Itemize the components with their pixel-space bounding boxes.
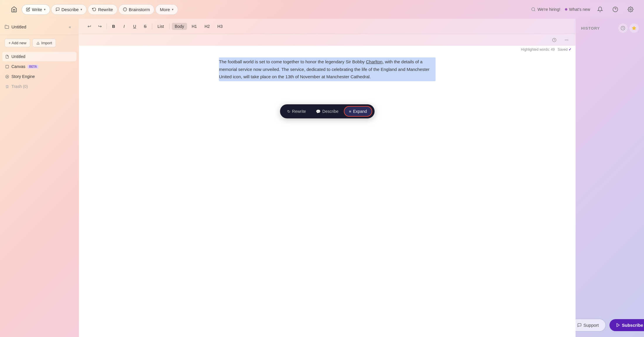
body-button[interactable]: Body xyxy=(172,23,187,30)
import-button[interactable]: Import xyxy=(32,39,56,47)
describe-float-icon: 💬 xyxy=(316,109,321,114)
write-button[interactable]: Write ▾ xyxy=(22,4,50,15)
h3-button[interactable]: H3 xyxy=(215,23,226,30)
settings-icon-button[interactable] xyxy=(625,4,636,15)
more-button[interactable]: More ▾ xyxy=(155,4,178,15)
sidebar-item-trash-label: Trash (0) xyxy=(11,84,28,89)
editor-content[interactable]: The football world is set to come togeth… xyxy=(201,46,453,93)
describe-chevron: ▾ xyxy=(80,8,82,11)
history-clock-button[interactable] xyxy=(618,23,628,33)
sidebar-item-trash[interactable]: Trash (0) xyxy=(2,82,76,91)
h2-button[interactable]: H2 xyxy=(202,23,213,30)
strikethrough-button[interactable]: S xyxy=(141,22,150,31)
sidebar-item-untitled[interactable]: Untitled xyxy=(2,52,76,61)
rewrite-icon: ↻ xyxy=(287,109,290,114)
svg-marker-11 xyxy=(7,76,8,77)
collapse-button[interactable]: « xyxy=(66,23,74,31)
svg-point-10 xyxy=(6,75,9,78)
write-chevron: ▾ xyxy=(44,8,46,11)
undo-button[interactable]: ↩ xyxy=(85,22,94,31)
svg-point-3 xyxy=(532,8,535,11)
rewrite-label: Rewrite xyxy=(98,7,113,12)
beta-badge: BETA xyxy=(28,65,38,69)
sidebar-header: Untitled « xyxy=(0,19,79,35)
float-rewrite-label: Rewrite xyxy=(292,109,306,114)
editor-paragraph[interactable]: The football world is set to come togeth… xyxy=(219,57,436,81)
sidebar-folder-title: Untitled xyxy=(11,24,26,29)
add-new-label: + Add new xyxy=(8,41,26,45)
float-expand-button[interactable]: ≡ Expand xyxy=(344,106,372,117)
floating-toolbar: ↻ Rewrite 💬 Describe ≡ Expand xyxy=(280,104,375,118)
toolbar-divider-3 xyxy=(169,23,169,29)
h1-button[interactable]: H1 xyxy=(189,23,200,30)
editor-settings-button[interactable] xyxy=(562,35,571,44)
charlton-underline: Charlton xyxy=(366,59,383,64)
toolbar-group: Write ▾ Describe ▾ Rewrite Brainstorm Mo… xyxy=(22,4,178,15)
hiring-badge[interactable]: We're hiring! xyxy=(531,7,560,12)
word-count-bar: Highlighted words: 49 Saved ✓ xyxy=(517,46,576,53)
editor-area: ↩ ↪ B I U S List Body H1 H2 H3 xyxy=(79,19,576,337)
float-expand-label: Expand xyxy=(353,109,367,114)
more-label: More xyxy=(160,7,170,12)
right-panel: HISTORY Support Subscribe xyxy=(576,19,644,337)
highlighted-words-count: Highlighted words: 49 xyxy=(521,47,555,52)
sidebar-item-canvas-label: Canvas xyxy=(11,64,25,69)
history-icons xyxy=(618,23,639,33)
add-new-button[interactable]: + Add new xyxy=(5,39,30,47)
home-button[interactable] xyxy=(8,4,20,15)
svg-marker-18 xyxy=(617,324,619,327)
history-title: HISTORY xyxy=(581,26,600,30)
rewrite-button[interactable]: Rewrite xyxy=(88,4,117,15)
editor-content-wrap[interactable]: Highlighted words: 49 Saved ✓ The footba… xyxy=(79,46,576,337)
subscribe-button[interactable]: Subscribe xyxy=(609,319,644,331)
redo-button[interactable]: ↪ xyxy=(95,22,104,31)
alert-icon-button[interactable] xyxy=(595,4,605,15)
svg-line-4 xyxy=(534,10,535,11)
import-label: Import xyxy=(41,41,52,45)
sidebar-items: Untitled Canvas BETA Story Engine Trash … xyxy=(0,51,79,92)
hiring-label: We're hiring! xyxy=(537,7,560,12)
svg-rect-9 xyxy=(6,65,9,68)
float-describe-button[interactable]: 💬 Describe xyxy=(311,107,343,116)
brainstorm-label: Brainstorm xyxy=(129,7,150,12)
history-header: HISTORY xyxy=(576,19,644,33)
list-button[interactable]: List xyxy=(155,23,167,30)
bold-button[interactable]: B xyxy=(109,22,118,31)
sidebar-item-story-engine[interactable]: Story Engine xyxy=(2,72,76,81)
toolbar-divider-1 xyxy=(107,23,107,29)
toolbar-divider-2 xyxy=(152,23,152,29)
more-chevron: ▾ xyxy=(172,8,174,11)
history-clock-button[interactable] xyxy=(550,35,559,44)
svg-marker-17 xyxy=(632,26,636,30)
top-navigation: Write ▾ Describe ▾ Rewrite Brainstorm Mo… xyxy=(0,0,644,19)
sidebar-title: Untitled xyxy=(5,24,26,29)
whats-new-label: What's new xyxy=(569,7,590,12)
right-panel-footer: Support Subscribe xyxy=(576,313,644,337)
history-star-button[interactable] xyxy=(629,23,639,33)
saved-status: Saved ✓ xyxy=(558,47,571,52)
sidebar-actions: + Add new Import xyxy=(0,35,79,51)
brainstorm-button[interactable]: Brainstorm xyxy=(119,4,155,15)
describe-label: Describe xyxy=(61,7,79,12)
sidebar-item-story-engine-label: Story Engine xyxy=(11,74,35,79)
italic-button[interactable]: I xyxy=(120,22,129,31)
expand-icon: ≡ xyxy=(349,109,351,114)
sidebar-item-canvas[interactable]: Canvas BETA xyxy=(2,62,76,71)
write-label: Write xyxy=(32,7,42,12)
svg-point-15 xyxy=(565,40,565,40)
describe-button[interactable]: Describe ▾ xyxy=(51,4,87,15)
editor-toolbar: ↩ ↪ B I U S List Body H1 H2 H3 xyxy=(79,19,576,34)
main-area: Untitled « + Add new Import Untitled Can… xyxy=(0,19,644,337)
float-describe-label: Describe xyxy=(322,109,338,114)
svg-point-13 xyxy=(566,40,566,40)
help-icon-button[interactable] xyxy=(610,4,621,15)
sidebar: Untitled « + Add new Import Untitled Can… xyxy=(0,19,79,337)
sidebar-item-untitled-label: Untitled xyxy=(11,54,25,59)
support-button[interactable]: Support xyxy=(570,319,606,332)
underline-button[interactable]: U xyxy=(130,22,139,31)
editor-top-bar xyxy=(79,34,576,46)
float-rewrite-button[interactable]: ↻ Rewrite xyxy=(282,107,311,116)
whats-new-badge[interactable]: What's new xyxy=(565,7,590,12)
dot-indicator xyxy=(565,8,567,11)
subscribe-label: Subscribe xyxy=(622,323,643,328)
